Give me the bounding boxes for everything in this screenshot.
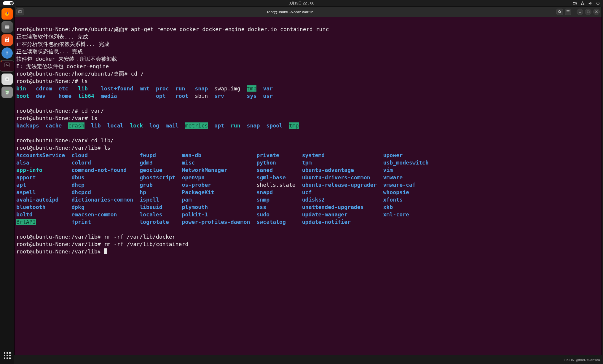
show-applications-button[interactable] [1,350,13,361]
dock-app-help[interactable]: ? [1,47,13,59]
command-text: cd / [131,71,144,77]
power-icon[interactable] [596,1,600,5]
prompt: root@ubuntu-None:/# [16,78,81,84]
command-text: rm -rf /var/lib/docker [104,234,176,240]
svg-rect-6 [5,25,9,27]
svg-rect-10 [5,63,10,67]
svg-point-17 [559,11,561,13]
command-text: ls [81,78,88,84]
svg-point-12 [7,79,8,80]
minimize-button[interactable] [577,9,583,15]
hamburger-menu-button[interactable] [565,9,571,15]
svg-rect-16 [19,10,22,12]
network-icon[interactable] [580,1,585,5]
output-line: 正在读取状态信息... 完成 [16,48,83,55]
dock-app-terminal[interactable] [0,60,14,72]
top-panel: 3月13日 22：06 zh [0,0,603,7]
output-line: 正在读取软件包列表... 完成 [16,33,88,40]
ime-indicator[interactable]: zh [573,1,577,5]
dock-app-firefox[interactable] [1,8,13,20]
volume-icon[interactable] [588,1,592,5]
panel-clock[interactable]: 3月13日 22：06 [289,1,314,6]
svg-point-1 [581,4,582,5]
prompt: root@ubuntu-None:/# [16,108,81,114]
command-text: apt-get remove docker docker-engine dock… [131,26,329,32]
prompt: root@ubuntu-None:/home/ubuntu/桌面# [16,26,131,32]
command-text: cd lib/ [91,137,114,143]
prompt: root@ubuntu-None:/var# [16,115,91,121]
output-line: 正在分析软件包的依赖关系树... 完成 [16,41,109,47]
maximize-button[interactable] [585,9,591,15]
command-text: cd var/ [81,108,104,114]
dock-app-media[interactable] [1,74,13,85]
svg-text:?: ? [6,51,9,55]
cursor [104,248,107,254]
ls-root-output: bin cdrom etc lib lost+found mnt proc ru… [16,85,600,100]
prompt: root@ubuntu-None:/var/lib# [16,241,104,247]
close-button[interactable] [593,9,600,15]
watermark: CSDN @theRavensea [564,358,600,362]
terminal-output[interactable]: root@ubuntu-None:/home/ubuntu/桌面# apt-ge… [15,17,602,355]
dock-app-software[interactable]: A [1,34,13,46]
activities-pill[interactable] [3,1,14,5]
prompt: root@ubuntu-None:/var/lib# [16,248,104,255]
ls-var-output: backups cache crash lib local lock log m… [16,122,600,129]
command-text: ls [104,145,111,151]
svg-point-2 [583,4,585,5]
dock: A ? [0,7,14,364]
output-line: 软件包 docker 未安装，所以不会被卸载 [16,56,117,62]
svg-rect-15 [19,11,21,13]
new-tab-button[interactable] [16,8,24,15]
error-line: E: 无法定位软件包 docker-engine [16,63,109,69]
ls-lib-output: AccountsService cloud fwupd man-db priva… [16,151,600,226]
prompt: root@ubuntu-None:/var/lib# [16,234,104,240]
window-titlebar: root@ubuntu-None: /var/lib [15,7,602,17]
prompt: root@ubuntu-None:/var# [16,137,91,143]
command-text: rm -rf /var/lib/containerd [104,241,189,247]
terminal-window: root@ubuntu-None: /var/lib root@ubuntu-N… [14,7,602,355]
active-indicator [1,60,2,62]
prompt: root@ubuntu-None:/var/lib# [16,145,104,151]
dock-app-files[interactable] [1,21,13,33]
svg-rect-18 [587,11,589,13]
svg-rect-13 [5,90,9,91]
search-button[interactable] [556,9,563,15]
command-text: ls [91,115,98,121]
svg-text:A: A [6,39,8,42]
dock-app-trash[interactable] [1,87,13,98]
window-title: root@ubuntu-None: /var/lib [26,10,555,14]
prompt: root@ubuntu-None:/home/ubuntu/桌面# [16,71,131,77]
